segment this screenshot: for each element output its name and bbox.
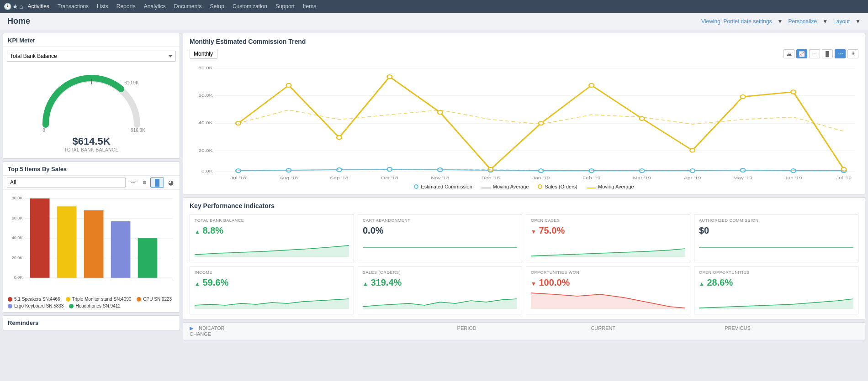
kpi-label-7: Open Opportunities	[699, 270, 853, 275]
svg-text:0.0K: 0.0K	[14, 275, 23, 280]
kpi-table-col-previous: Previous	[725, 325, 858, 331]
kpi-spark-0	[195, 239, 349, 257]
chart-type-list[interactable]: ≡	[140, 177, 148, 188]
legend-commission: Estimated Commission	[414, 184, 472, 189]
legend-label-2: CPU SN:0223	[143, 297, 172, 302]
svg-point-67	[791, 90, 796, 94]
legend-dot-1	[8, 297, 12, 302]
top-nav: 🕐 ★ ⌂ Activities Transactions Lists Repo…	[0, 0, 868, 13]
nav-documents[interactable]: Documents	[170, 1, 206, 11]
kpi-table-col-period: Period	[457, 325, 591, 331]
kpi-meter-select[interactable]: Total Bank Balance	[7, 51, 176, 62]
period-select[interactable]: Monthly Weekly Daily	[190, 49, 217, 59]
kpi-value-5: ▲ 319.4%	[363, 277, 517, 288]
legend-label-1: 5.1 Speakers SN:4466	[14, 297, 60, 302]
kpi-meter-body: Total Bank Balance 0 916.3K	[3, 47, 180, 158]
chart-icon-line[interactable]: 📈	[796, 49, 807, 58]
chart-icon-mountain[interactable]: ⛰	[783, 49, 794, 58]
layout-dropdown[interactable]: Layout	[833, 18, 850, 25]
kpi-arrow-up-4: ▲	[195, 281, 200, 287]
chart-type-pie[interactable]: ◕	[166, 177, 176, 188]
kpi-card-6: Opportunities Won ▼ 100.0%	[526, 266, 690, 314]
kpi-table-header-row: ▶ Indicator Period Current Previous Chan…	[183, 323, 865, 340]
svg-rect-15	[57, 206, 77, 278]
legend-item-4: Triple Monitor stand SN:4090	[66, 297, 132, 302]
chart-type-bar[interactable]: ▐▌	[150, 177, 164, 188]
svg-rect-14	[30, 198, 50, 278]
commission-chart-title: Monthly Estimated Commission Trend	[190, 38, 858, 45]
kpi-section-title: Key Performance Indicators	[190, 202, 858, 209]
kpi-value-3: $0	[699, 225, 853, 236]
nav-analytics[interactable]: Analytics	[140, 1, 169, 11]
nav-activities[interactable]: Activities	[24, 1, 53, 11]
kpi-value-0: ▲ 8.8%	[195, 225, 349, 236]
kpi-spark-1	[363, 239, 517, 257]
svg-point-49	[539, 169, 544, 172]
reminders-title: Reminders	[3, 316, 180, 330]
nav-setup[interactable]: Setup	[206, 1, 228, 11]
reminders-section: Reminders	[3, 315, 180, 330]
svg-rect-18	[138, 238, 158, 278]
kpi-card-4: Income ▲ 59.6%	[190, 266, 354, 314]
svg-text:May '19: May '19	[733, 175, 752, 180]
legend-label-ma1: Moving Average	[493, 184, 529, 189]
kpi-val-text-6: 100.0%	[539, 277, 570, 287]
line-chart-svg: 80.0K 60.0K 40.0K 20.0K 0.0K Jul '18 Aug…	[190, 63, 858, 181]
chart-icon-bar-horiz[interactable]: ≡	[809, 49, 820, 58]
svg-text:40.0K: 40.0K	[198, 120, 213, 125]
top5-filter-select[interactable]: All	[7, 177, 126, 188]
svg-text:Mar '19: Mar '19	[633, 175, 651, 180]
gauge-container: 0 916.3K 610.9K $614.5K TOTAL BANK BALAN…	[7, 65, 176, 155]
chart-icon-area[interactable]: 〰	[835, 49, 846, 58]
kpi-value-2: ▼ 75.0%	[531, 225, 685, 236]
svg-text:Sep '18: Sep '18	[330, 175, 348, 180]
svg-point-46	[387, 167, 392, 171]
page-header: Home Viewing: Portlet date settings ▼ Pe…	[0, 13, 868, 30]
table-play-icon[interactable]: ▶	[190, 325, 193, 331]
top5-title: Top 5 Items By Sales	[3, 162, 180, 176]
nav-reports[interactable]: Reports	[113, 1, 139, 11]
svg-text:40.0K: 40.0K	[12, 235, 23, 240]
chart-icon-dots[interactable]: ⠿	[847, 49, 858, 58]
viewing-portlet-dropdown[interactable]: Viewing: Portlet date settings	[701, 18, 772, 25]
kpi-card-7: Open Opportunities ▲ 28.6%	[694, 266, 858, 314]
layout-chevron-icon: ▼	[855, 18, 861, 25]
svg-text:80.0K: 80.0K	[198, 65, 213, 70]
nav-support[interactable]: Support	[272, 1, 298, 11]
gauge-svg: 0 916.3K 610.9K	[37, 70, 146, 134]
kpi-spark-6	[531, 291, 685, 309]
nav-lists[interactable]: Lists	[93, 1, 112, 11]
legend-dot-5	[8, 304, 12, 308]
svg-text:20.0K: 20.0K	[12, 255, 23, 260]
legend-line-ma1	[482, 188, 491, 188]
personalize-dropdown[interactable]: Personalize	[788, 18, 817, 25]
kpi-indicators-section: Key Performance Indicators Total Bank Ba…	[183, 197, 865, 319]
left-panel: KPI Meter Total Bank Balance 0	[0, 30, 183, 381]
kpi-card-2: Open Cases ▼ 75.0%	[526, 214, 690, 262]
kpi-spark-4	[195, 291, 349, 309]
kpi-label-6: Opportunities Won	[531, 270, 685, 275]
nav-customization[interactable]: Customization	[229, 1, 271, 11]
kpi-val-text-1: 0.0%	[363, 225, 384, 235]
legend-item-1: 5.1 Speakers SN:4466	[8, 297, 60, 302]
legend-item-2: CPU SN:0223	[137, 297, 172, 302]
kpi-meter-title: KPI Meter	[3, 33, 180, 47]
kpi-table-section: ▶ Indicator Period Current Previous Chan…	[183, 322, 865, 340]
kpi-arrow-up-5: ▲	[363, 281, 368, 287]
star-icon: ★	[12, 3, 18, 10]
svg-text:Nov '18: Nov '18	[431, 175, 449, 180]
nav-transactions[interactable]: Transactions	[54, 1, 92, 11]
right-panel: Monthly Estimated Commission Trend Month…	[183, 30, 868, 381]
legend-item-3: Headphones SN:9412	[69, 303, 120, 308]
svg-text:80.0K: 80.0K	[12, 195, 23, 200]
svg-text:0: 0	[42, 128, 45, 133]
svg-point-65	[690, 148, 695, 152]
legend-label-commission: Estimated Commission	[421, 184, 472, 189]
legend-circle-commission	[414, 184, 418, 189]
chart-type-line[interactable]: 〰	[127, 177, 138, 188]
legend-circle-sales	[538, 184, 542, 189]
nav-items[interactable]: Items	[299, 1, 320, 11]
legend-label-4: Triple Monitor stand SN:4090	[72, 297, 132, 302]
chart-icon-bar-vert[interactable]: ▐▌	[822, 49, 833, 58]
chart-legend: Estimated Commission Moving Average Sale…	[190, 184, 858, 189]
